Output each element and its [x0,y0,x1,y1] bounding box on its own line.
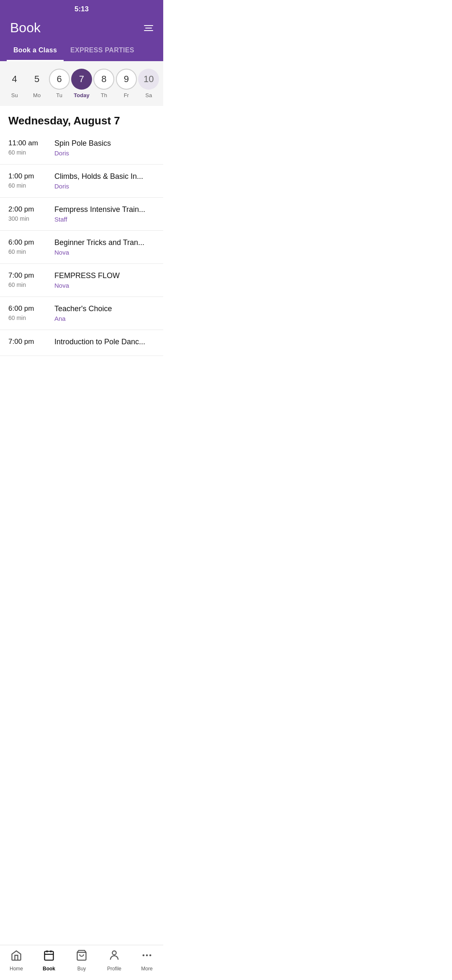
status-time: 5:13 [74,5,89,13]
filter-icon[interactable] [144,25,153,31]
class-item[interactable]: 6:00 pm60 minTeacher's ChoiceAna [0,297,163,330]
day-10[interactable]: 10Sa [138,69,159,98]
class-list: 11:00 am60 minSpin Pole BasicsDoris1:00 … [0,132,163,398]
day-8[interactable]: 8Th [93,69,114,98]
class-item[interactable]: 7:00 pm60 minFEMPRESS FLOWNova [0,264,163,297]
class-item[interactable]: 11:00 am60 minSpin Pole BasicsDoris [0,132,163,165]
header: Book [0,16,163,42]
tab-book-class[interactable]: Book a Class [7,42,64,61]
tab-express-parties[interactable]: EXPRESS PARTIES [64,42,141,61]
class-item[interactable]: 2:00 pm300 minFempress Intensive Train..… [0,198,163,231]
day-5[interactable]: 5Mo [26,69,47,98]
class-item[interactable]: 7:00 pmIntroduction to Pole Danc... [0,330,163,356]
day-heading: Wednesday, August 7 [0,106,163,132]
status-bar: 5:13 [0,0,163,16]
class-item[interactable]: 6:00 pm60 minBeginner Tricks and Tran...… [0,231,163,264]
day-4[interactable]: 4Su [4,69,25,98]
day-7[interactable]: 7Today [71,69,92,98]
day-9[interactable]: 9Fr [116,69,137,98]
date-picker: 4Su5Mo6Tu7Today8Th9Fr10Sa [0,61,163,106]
header-title: Book [10,20,41,36]
tabs-bar: Book a Class EXPRESS PARTIES [0,42,163,61]
class-item[interactable]: 1:00 pm60 minClimbs, Holds & Basic In...… [0,165,163,198]
day-6[interactable]: 6Tu [49,69,70,98]
